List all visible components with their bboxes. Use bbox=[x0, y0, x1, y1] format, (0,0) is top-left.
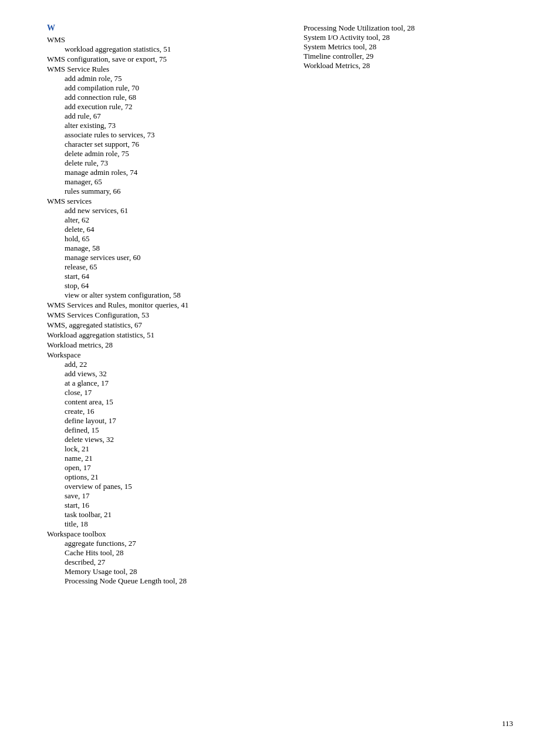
index-entry: delete views, 32 bbox=[47, 435, 268, 444]
index-entry: task toolbar, 21 bbox=[47, 510, 268, 519]
index-entry: described, 27 bbox=[47, 558, 268, 567]
index-entry: Workload Metrics, 28 bbox=[303, 61, 513, 70]
index-entry: manage services user, 60 bbox=[47, 253, 268, 262]
index-entry: manager, 65 bbox=[47, 177, 268, 187]
index-entry: manage admin roles, 74 bbox=[47, 168, 268, 177]
index-entry: hold, 65 bbox=[47, 234, 268, 244]
index-entry: lock, 21 bbox=[47, 444, 268, 454]
index-entry: content area, 15 bbox=[47, 397, 268, 407]
page-number: 113 bbox=[502, 719, 513, 728]
index-entry: add new services, 61 bbox=[47, 206, 268, 215]
index-entry: Timeline controller, 29 bbox=[303, 52, 513, 61]
index-entry: name, 21 bbox=[47, 454, 268, 463]
index-entry: add rule, 67 bbox=[47, 112, 268, 121]
index-entry: stop, 64 bbox=[47, 281, 268, 291]
index-entry: delete admin role, 75 bbox=[47, 149, 268, 158]
index-entry: overview of panes, 15 bbox=[47, 482, 268, 491]
index-entry: close, 17 bbox=[47, 388, 268, 397]
index-entry: WMS configuration, save or export, 75 bbox=[47, 55, 268, 64]
index-entry: WMS Services and Rules, monitor queries,… bbox=[47, 301, 268, 310]
index-entry: delete rule, 73 bbox=[47, 158, 268, 168]
index-entry: workload aggregation statistics, 51 bbox=[47, 45, 268, 54]
right-index-entries: Processing Node Utilization tool, 28Syst… bbox=[303, 23, 513, 70]
index-entry: Memory Usage tool, 28 bbox=[47, 567, 268, 576]
index-entry: defined, 15 bbox=[47, 426, 268, 435]
index-entry: add execution rule, 72 bbox=[47, 102, 268, 112]
index-entry: Workspace toolbox bbox=[47, 529, 268, 539]
index-entry: Workload aggregation statistics, 51 bbox=[47, 330, 268, 340]
index-entry: delete, 64 bbox=[47, 225, 268, 234]
index-entry: add, 22 bbox=[47, 360, 268, 369]
index-entry: Processing Node Utilization tool, 28 bbox=[303, 23, 513, 33]
index-entry: options, 21 bbox=[47, 472, 268, 482]
index-entry: rules summary, 66 bbox=[47, 187, 268, 196]
index-entry: WMS services bbox=[47, 197, 268, 206]
index-entry: WMS, aggregated statistics, 67 bbox=[47, 320, 268, 330]
index-entry: character set support, 76 bbox=[47, 140, 268, 149]
left-column: W WMSworkload aggregation statistics, 51… bbox=[47, 23, 292, 586]
index-entry: Workspace bbox=[47, 350, 268, 360]
index-entry: add views, 32 bbox=[47, 369, 268, 379]
index-entry: create, 16 bbox=[47, 407, 268, 416]
index-entry: define layout, 17 bbox=[47, 416, 268, 426]
index-entry: open, 17 bbox=[47, 463, 268, 472]
index-entry: Processing Node Queue Length tool, 28 bbox=[47, 576, 268, 586]
index-entry: aggregate functions, 27 bbox=[47, 539, 268, 548]
right-column: Processing Node Utilization tool, 28Syst… bbox=[292, 23, 513, 586]
index-entry: add connection rule, 68 bbox=[47, 93, 268, 102]
index-entry: at a glance, 17 bbox=[47, 379, 268, 388]
index-entry: System Metrics tool, 28 bbox=[303, 42, 513, 52]
index-entry: view or alter system configuration, 58 bbox=[47, 291, 268, 300]
index-entry: WMS Services Configuration, 53 bbox=[47, 310, 268, 320]
index-entry: alter, 62 bbox=[47, 215, 268, 225]
index-entry: start, 64 bbox=[47, 272, 268, 281]
index-entry: alter existing, 73 bbox=[47, 121, 268, 130]
index-entry: release, 65 bbox=[47, 262, 268, 272]
left-index-entries: WMSworkload aggregation statistics, 51WM… bbox=[47, 35, 268, 586]
index-entry: manage, 58 bbox=[47, 244, 268, 253]
index-entry: WMS Service Rules bbox=[47, 65, 268, 74]
index-entry: Cache Hits tool, 28 bbox=[47, 548, 268, 558]
index-entry: associate rules to services, 73 bbox=[47, 130, 268, 140]
index-entry: Workload metrics, 28 bbox=[47, 340, 268, 350]
index-entry: WMS bbox=[47, 35, 268, 45]
index-entry: add compilation rule, 70 bbox=[47, 83, 268, 93]
page-container: W WMSworkload aggregation statistics, 51… bbox=[0, 0, 560, 621]
section-letter-w: W bbox=[47, 23, 268, 33]
index-entry: start, 16 bbox=[47, 501, 268, 510]
index-entry: title, 18 bbox=[47, 519, 268, 529]
index-entry: System I/O Activity tool, 28 bbox=[303, 33, 513, 42]
index-entry: add admin role, 75 bbox=[47, 74, 268, 83]
index-entry: save, 17 bbox=[47, 491, 268, 501]
